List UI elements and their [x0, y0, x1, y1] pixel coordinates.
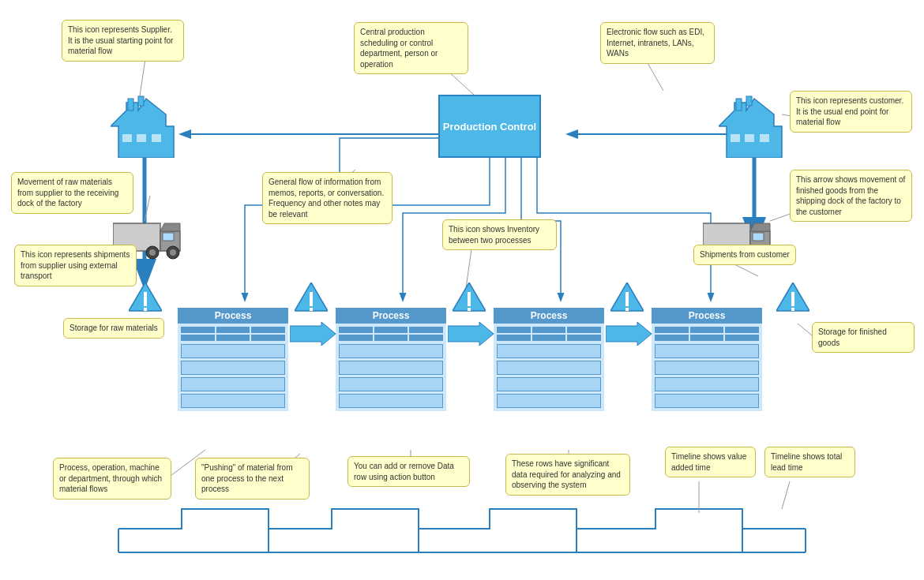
svg-rect-71	[625, 292, 629, 306]
svg-line-17	[734, 264, 758, 276]
process-box-4: Process	[652, 308, 762, 434]
process-box-3: Process	[494, 308, 604, 434]
svg-rect-38	[760, 134, 769, 142]
callout-process-machine: Process, operation, machine or departmen…	[53, 458, 171, 500]
svg-marker-35	[719, 99, 782, 158]
svg-rect-62	[144, 292, 147, 306]
callout-data-row: You can add or remove Data row using act…	[347, 456, 470, 487]
callout-raw-material: Movement of raw materials from supplier …	[11, 172, 133, 214]
svg-line-28	[782, 481, 790, 509]
push-arrow-1	[290, 322, 336, 347]
svg-rect-30	[122, 134, 132, 142]
triangle-right-edge	[776, 283, 809, 317]
triangle-3	[610, 283, 644, 317]
svg-marker-78	[606, 322, 652, 346]
customer-factory	[719, 95, 790, 158]
svg-rect-33	[128, 99, 133, 110]
callout-shipments-customer: Shipments from customer	[693, 245, 796, 265]
callout-info-flow: General flow of information from memos, …	[262, 172, 393, 224]
svg-point-48	[149, 249, 156, 256]
diagram: Production Control	[0, 0, 924, 580]
callout-customer: This icon represents customer. It is the…	[790, 91, 912, 133]
triangle-1	[295, 283, 328, 317]
svg-rect-32	[152, 134, 161, 142]
callout-electronic-flow: Electronic flow such as EDI, Internet, i…	[600, 22, 715, 64]
callout-significant-rows: These rows have significant data require…	[505, 454, 630, 496]
svg-rect-63	[144, 308, 147, 311]
process-1-header: Process	[178, 308, 288, 324]
callout-storage-finished: Storage for finished goods	[812, 322, 915, 353]
process-box-2: Process	[336, 308, 446, 434]
process-4-header: Process	[652, 308, 762, 324]
svg-rect-75	[791, 308, 794, 311]
push-arrow-3	[606, 322, 652, 347]
svg-rect-72	[625, 308, 629, 311]
callout-storage-raw: Storage for raw materials	[63, 318, 164, 339]
callout-timeline-total: Timeline shows total lead time	[764, 447, 855, 477]
svg-point-50	[170, 249, 176, 256]
triangle-2	[453, 283, 486, 317]
svg-rect-40	[746, 96, 752, 106]
supplier-factory	[111, 95, 182, 158]
svg-rect-69	[468, 308, 471, 311]
svg-rect-44	[163, 233, 174, 241]
production-control-box: Production Control	[438, 95, 541, 158]
callout-finished-goods: This arrow shows movement of finished go…	[790, 170, 912, 222]
callout-push-material: "Pushing" of material from one process t…	[195, 458, 310, 500]
svg-rect-65	[310, 292, 313, 306]
svg-marker-77	[448, 322, 494, 346]
svg-rect-66	[310, 308, 313, 311]
process-2-header: Process	[336, 308, 446, 324]
svg-marker-76	[290, 322, 336, 346]
callout-supplier: This icon represents Supplier. It is the…	[62, 20, 184, 62]
triangle-left-edge	[129, 283, 162, 317]
svg-rect-37	[745, 134, 754, 142]
svg-rect-34	[138, 96, 144, 106]
svg-marker-53	[750, 223, 770, 231]
callout-shipment-supplier: This icon represents shipments from supp…	[14, 245, 137, 286]
process-box-1: Process	[178, 308, 288, 434]
svg-rect-74	[791, 292, 794, 306]
push-arrow-2	[448, 322, 494, 347]
callout-timeline-value: Timeline shows value added time	[665, 447, 756, 477]
svg-line-20	[648, 63, 663, 91]
svg-rect-54	[753, 233, 764, 241]
callout-inventory: This icon shows Inventory between two pr…	[442, 219, 557, 250]
process-3-header: Process	[494, 308, 604, 324]
svg-marker-43	[160, 223, 180, 231]
svg-rect-68	[468, 292, 471, 306]
svg-marker-29	[111, 99, 174, 158]
callout-central-production: Central production scheduling or control…	[354, 22, 468, 74]
svg-rect-39	[736, 99, 742, 110]
production-control-label: Production Control	[443, 121, 536, 133]
svg-rect-31	[137, 134, 146, 142]
svg-rect-36	[731, 134, 740, 142]
